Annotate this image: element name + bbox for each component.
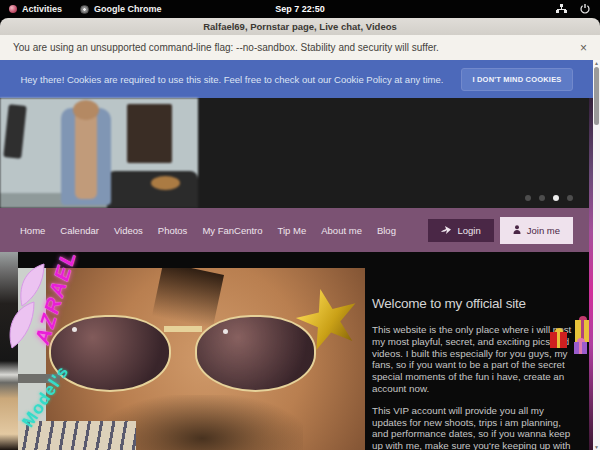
hero-carousel	[0, 98, 593, 208]
nav-actions: Login Join me	[428, 217, 573, 244]
activities-button[interactable]: Activities	[0, 0, 71, 18]
hero-figure-shape	[75, 111, 97, 199]
carousel-dots	[525, 195, 573, 201]
nav-item-photos[interactable]: Photos	[158, 225, 188, 236]
main-section: AZRAEL Model's Welcome to my official si…	[0, 252, 593, 450]
nav-item-blog[interactable]: Blog	[377, 225, 396, 236]
activities-label: Activities	[22, 4, 62, 14]
carousel-dot-4[interactable]	[567, 195, 573, 201]
nav-item-home[interactable]: Home	[20, 225, 45, 236]
nav-item-calendar[interactable]: Calendar	[60, 225, 99, 236]
cookie-banner: Hey there! Cookies are required to use t…	[0, 60, 593, 98]
join-person-icon	[513, 225, 521, 236]
window-title: Ralfael69, Pornstar page, Live chat, Vid…	[203, 21, 397, 32]
cookie-accept-button[interactable]: I DON'T MIND COOKIES	[461, 68, 572, 91]
hero-window-shape	[127, 104, 173, 163]
app-menu-button[interactable]: Google Chrome	[71, 0, 171, 18]
scroll-up-icon[interactable]: ▲	[594, 60, 599, 66]
carousel-dot-2[interactable]	[539, 195, 545, 201]
gift-red-icon	[550, 332, 567, 348]
chrome-icon	[80, 5, 89, 14]
sunglasses-lens-right	[195, 315, 316, 391]
gift-boxes-icon	[550, 320, 590, 366]
lens-glare	[72, 327, 77, 332]
welcome-paragraph-1: This website is the only place where i w…	[372, 324, 579, 395]
join-label: Join me	[527, 225, 560, 236]
gift-purple-icon	[574, 342, 587, 354]
welcome-paragraph-2: This VIP account will provide you all my…	[372, 405, 579, 450]
hero-couch-shape	[107, 171, 198, 208]
carousel-dot-3-active[interactable]	[553, 195, 559, 201]
login-arrow-icon	[441, 225, 451, 236]
app-menu-label: Google Chrome	[94, 4, 162, 14]
login-label: Login	[457, 225, 480, 236]
carousel-dot-1[interactable]	[525, 195, 531, 201]
hero-lamp-shape	[3, 104, 26, 158]
photo-hair-shape	[152, 268, 224, 328]
scrollbar-thumb[interactable]	[594, 67, 599, 125]
cookie-message: Hey there! Cookies are required to use t…	[20, 74, 443, 85]
main-nav: Home Calendar Videos Photos My FanCentro…	[0, 208, 593, 252]
activities-dot-icon	[9, 5, 17, 13]
chrome-infobar: You are using an unsupported command-lin…	[0, 35, 600, 60]
page-content: Hey there! Cookies are required to use t…	[0, 60, 593, 450]
page-scrollbar[interactable]: ▲ ▼	[593, 60, 600, 450]
lens-glare	[223, 329, 228, 334]
nav-item-aboutme[interactable]: About me	[321, 225, 362, 236]
network-icon[interactable]	[556, 4, 567, 14]
profile-photo	[18, 268, 365, 450]
background-image-edge	[0, 252, 18, 450]
welcome-heading: Welcome to my official site	[372, 296, 579, 311]
join-me-button[interactable]: Join me	[500, 217, 573, 244]
nav-item-fancentro[interactable]: My FanCentro	[202, 225, 262, 236]
gnome-top-bar: Activities Google Chrome Sep 7 22:50	[0, 0, 600, 18]
window-titlebar: Ralfael69, Pornstar page, Live chat, Vid…	[0, 18, 600, 35]
sunglasses-bridge	[164, 326, 202, 331]
infobar-message: You are using an unsupported command-lin…	[13, 42, 439, 53]
browser-viewport: Hey there! Cookies are required to use t…	[0, 60, 600, 450]
hero-figure-shape	[73, 100, 99, 120]
nav-item-tipme[interactable]: Tip Me	[278, 225, 307, 236]
login-button[interactable]: Login	[428, 219, 493, 242]
close-icon[interactable]: ×	[580, 42, 587, 54]
hero-photo	[0, 98, 198, 208]
nav-item-videos[interactable]: Videos	[114, 225, 143, 236]
welcome-block: Welcome to my official site This website…	[372, 296, 579, 450]
scroll-down-icon[interactable]: ▼	[594, 444, 599, 450]
power-icon[interactable]	[580, 4, 590, 14]
